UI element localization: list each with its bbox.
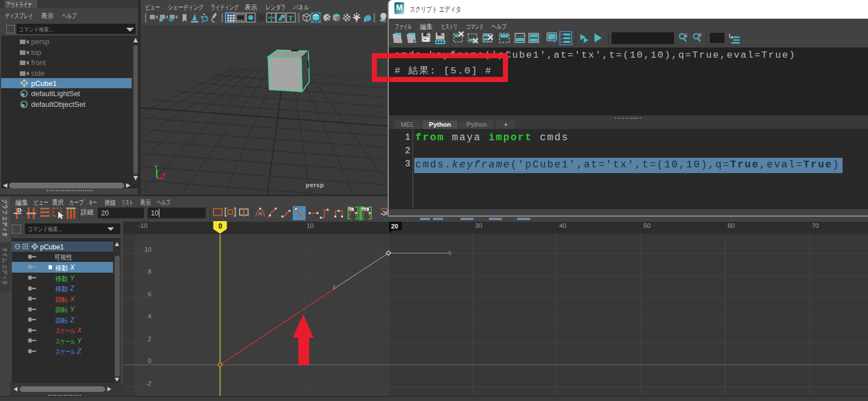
svg-text:3: 3 [561,40,563,44]
svg-text:1: 1 [561,33,563,37]
svg-text:10: 10 [306,222,314,229]
svg-text:Z: Z [151,176,154,182]
svg-text:in: in [349,208,352,212]
svg-text:70: 70 [811,222,819,229]
svg-text:60: 60 [727,222,735,229]
svg-text:30: 30 [475,222,482,229]
svg-text:0: 0 [218,222,222,230]
svg-text:20: 20 [391,223,398,230]
svg-text:10: 10 [144,246,151,253]
svg-text:Y: Y [154,164,158,170]
svg-text:4: 4 [148,313,152,320]
svg-text:2: 2 [148,335,151,342]
svg-text:T: T [288,14,293,22]
svg-text:6: 6 [148,291,151,297]
svg-text:-10: -10 [138,222,147,229]
svg-text:-2: -2 [146,380,151,387]
svg-text:persp: persp [306,182,324,188]
svg-text:X: X [162,172,166,178]
svg-text:40: 40 [559,222,566,229]
svg-text:0: 0 [148,357,151,364]
svg-text:50: 50 [643,222,650,229]
svg-text:out: out [362,208,367,212]
svg-text:8: 8 [148,268,151,275]
